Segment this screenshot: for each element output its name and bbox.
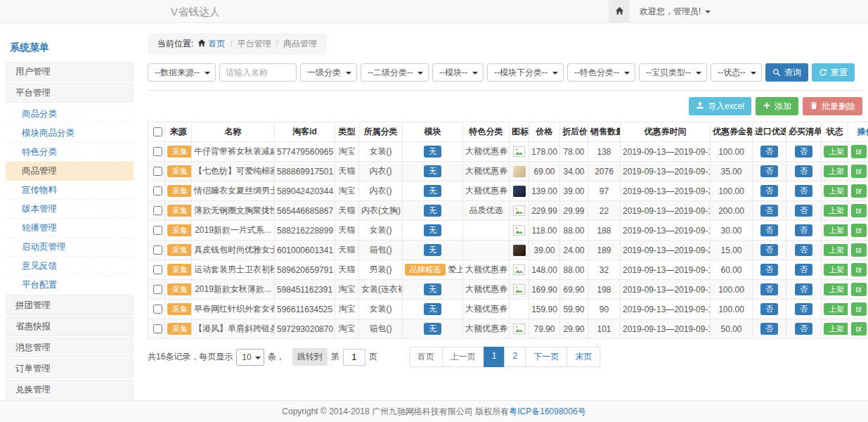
edit-button[interactable] xyxy=(851,302,867,316)
home-icon xyxy=(615,6,624,15)
search-button[interactable]: 查询 xyxy=(765,63,808,82)
status-badge[interactable]: 上架 xyxy=(824,264,848,276)
reset-button[interactable]: 重置 xyxy=(812,63,855,82)
row-checkbox[interactable] xyxy=(153,265,162,274)
feature-category-select[interactable]: --特色分类-- xyxy=(567,63,635,82)
sidebar-item-8[interactable]: 启动页管理 xyxy=(6,238,134,257)
status-badge[interactable]: 上架 xyxy=(824,205,848,217)
status-badge[interactable]: 上架 xyxy=(824,244,848,257)
module-select[interactable]: --模块-- xyxy=(432,63,484,82)
must-buy-toggle[interactable]: 否 xyxy=(795,323,812,335)
must-buy-toggle[interactable]: 否 xyxy=(795,185,812,198)
edit-button[interactable] xyxy=(851,224,867,237)
row-checkbox[interactable] xyxy=(153,324,162,333)
sidebar-group-5[interactable]: 消息管理 xyxy=(6,338,134,357)
import-select-toggle[interactable]: 否 xyxy=(760,205,778,217)
level2-category-select[interactable]: --二级分类-- xyxy=(361,63,429,82)
home-button[interactable] xyxy=(609,0,630,23)
page-button-2[interactable]: 2 xyxy=(505,347,526,367)
jump-button[interactable]: 跳转到 xyxy=(292,348,328,366)
edit-button[interactable] xyxy=(851,243,867,257)
sidebar-group-2[interactable]: 平台管理 xyxy=(6,83,134,103)
status-select[interactable]: --状态-- xyxy=(711,63,762,82)
batch-delete-button[interactable]: 批量删除 xyxy=(803,97,862,115)
row-checkbox[interactable] xyxy=(153,167,162,176)
per-page-select[interactable]: 10 xyxy=(236,349,264,366)
import-select-toggle[interactable]: 否 xyxy=(760,146,778,158)
sidebar-group-4[interactable]: 省惠快报 xyxy=(6,316,134,336)
sidebar-item-2[interactable]: 模块商品分类 xyxy=(6,124,134,143)
edit-button[interactable] xyxy=(851,283,867,296)
data-source-select[interactable]: --数据来源-- xyxy=(148,63,216,82)
breadcrumb-home-link[interactable]: 首页 xyxy=(208,39,225,49)
status-badge[interactable]: 上架 xyxy=(824,185,848,198)
status-badge[interactable]: 上架 xyxy=(824,165,848,178)
icp-link[interactable]: 粤ICP备16098006号 xyxy=(509,407,585,416)
edit-button[interactable] xyxy=(851,145,867,158)
sidebar-item-5[interactable]: 宣传物料 xyxy=(6,181,134,200)
sidebar-item-10[interactable]: 平台配置 xyxy=(6,276,134,295)
row-checkbox[interactable] xyxy=(153,206,162,215)
row-checkbox[interactable] xyxy=(153,186,162,196)
must-buy-toggle[interactable]: 否 xyxy=(795,264,812,276)
import-excel-button[interactable]: 导入excel xyxy=(689,97,751,115)
edit-button[interactable] xyxy=(851,204,867,217)
row-checkbox[interactable] xyxy=(153,245,162,255)
import-select-toggle[interactable]: 否 xyxy=(760,185,778,198)
coupon-amount-cell: 35.00 xyxy=(711,162,753,181)
must-buy-toggle[interactable]: 否 xyxy=(795,303,812,316)
edit-button[interactable] xyxy=(851,184,867,198)
import-select-toggle[interactable]: 否 xyxy=(760,244,778,257)
jump-page-input[interactable] xyxy=(343,349,365,366)
sidebar-group-3[interactable]: 拼团管理 xyxy=(6,295,134,315)
must-buy-toggle[interactable]: 否 xyxy=(795,283,812,296)
sidebar-item-9[interactable]: 意见反馈 xyxy=(6,257,134,276)
edit-button[interactable] xyxy=(851,322,867,335)
sidebar-item-7[interactable]: 轮播管理 xyxy=(6,219,134,238)
must-buy-toggle[interactable]: 否 xyxy=(795,165,812,178)
edit-button[interactable] xyxy=(851,165,867,178)
add-button[interactable]: 添加 xyxy=(756,97,798,115)
module-cell: 无 xyxy=(403,319,463,339)
sidebar-group-6[interactable]: 订单管理 xyxy=(6,359,134,378)
status-badge[interactable]: 上架 xyxy=(824,303,848,316)
must-buy-toggle[interactable]: 否 xyxy=(795,224,812,237)
user-menu[interactable]: 欢迎您，管理员! xyxy=(640,6,711,18)
page-button-首页[interactable]: 首页 xyxy=(409,347,443,367)
import-select-toggle[interactable]: 否 xyxy=(760,283,778,296)
page-button-上一页[interactable]: 上一页 xyxy=(442,347,484,367)
item-type-select[interactable]: --宝贝类型-- xyxy=(639,63,707,82)
breadcrumb-item[interactable]: 平台管理 xyxy=(238,39,271,49)
page-button-下一页[interactable]: 下一页 xyxy=(525,347,567,367)
module-subcategory-select[interactable]: --模块下分类-- xyxy=(487,63,564,82)
import-select-toggle[interactable]: 否 xyxy=(760,323,778,335)
status-badge[interactable]: 上架 xyxy=(824,224,848,237)
import-select-toggle[interactable]: 否 xyxy=(760,264,778,276)
import-select-toggle[interactable]: 否 xyxy=(760,303,778,316)
import-select-toggle[interactable]: 否 xyxy=(760,224,778,237)
name-search-input[interactable] xyxy=(219,63,297,82)
level1-category-select[interactable]: 一级分类 xyxy=(300,63,357,82)
must-buy-toggle[interactable]: 否 xyxy=(795,244,812,257)
status-badge[interactable]: 上架 xyxy=(824,323,848,335)
must-buy-toggle[interactable]: 否 xyxy=(795,146,812,158)
breadcrumb-item[interactable]: 商品管理 xyxy=(283,39,317,49)
sidebar-item-6[interactable]: 版本管理 xyxy=(6,200,134,219)
must-buy-toggle[interactable]: 否 xyxy=(795,205,812,217)
sidebar-item-4[interactable]: 商品管理 xyxy=(6,162,134,181)
status-badge[interactable]: 上架 xyxy=(824,283,848,296)
row-checkbox[interactable] xyxy=(153,305,162,314)
page-button-末页[interactable]: 末页 xyxy=(566,347,600,367)
status-badge[interactable]: 上架 xyxy=(824,146,848,158)
row-checkbox[interactable] xyxy=(153,147,162,156)
sidebar-group-1[interactable]: 用户管理 xyxy=(6,62,134,82)
sidebar-item-1[interactable]: 商品分类 xyxy=(6,105,134,124)
select-all-checkbox[interactable] xyxy=(153,127,162,136)
import-select-toggle[interactable]: 否 xyxy=(760,165,778,178)
row-checkbox[interactable] xyxy=(153,285,162,294)
row-checkbox[interactable] xyxy=(153,226,162,235)
sidebar-item-3[interactable]: 特色分类 xyxy=(6,143,134,162)
edit-button[interactable] xyxy=(851,263,867,276)
page-button-1[interactable]: 1 xyxy=(484,347,505,367)
sidebar-group-7[interactable]: 兑换管理 xyxy=(6,380,134,399)
